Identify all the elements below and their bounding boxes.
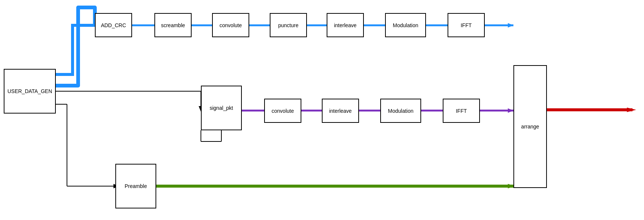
convolute-top-block: convolute xyxy=(212,13,249,37)
ifft-mid-block: IFFT xyxy=(443,99,480,123)
svg-marker-35 xyxy=(508,108,513,113)
user-data-gen-block: USER_DATA_GEN xyxy=(4,69,56,114)
puncture-block: puncture xyxy=(270,13,307,37)
diagram: USER_DATA_GEN ADD_CRC screamble convolut… xyxy=(0,0,644,220)
signal-pkt-block: signal_pkt xyxy=(201,86,242,130)
add-crc-block: ADD_CRC xyxy=(95,13,132,37)
svg-marker-14 xyxy=(508,23,513,28)
svg-marker-39 xyxy=(627,108,636,112)
preamble-block: Preamble xyxy=(115,164,156,208)
modulation-mid-block: Modulation xyxy=(380,99,421,123)
convolute-mid-block: convolute xyxy=(264,99,301,123)
interleave-top-block: interleave xyxy=(327,13,364,37)
ifft-top-block: IFFT xyxy=(448,13,485,37)
interleave-mid-block: interleave xyxy=(322,99,359,123)
modulation-top-block: Modulation xyxy=(385,13,426,37)
arrange-block: arrange xyxy=(513,65,547,188)
screamble-block: screamble xyxy=(154,13,192,37)
